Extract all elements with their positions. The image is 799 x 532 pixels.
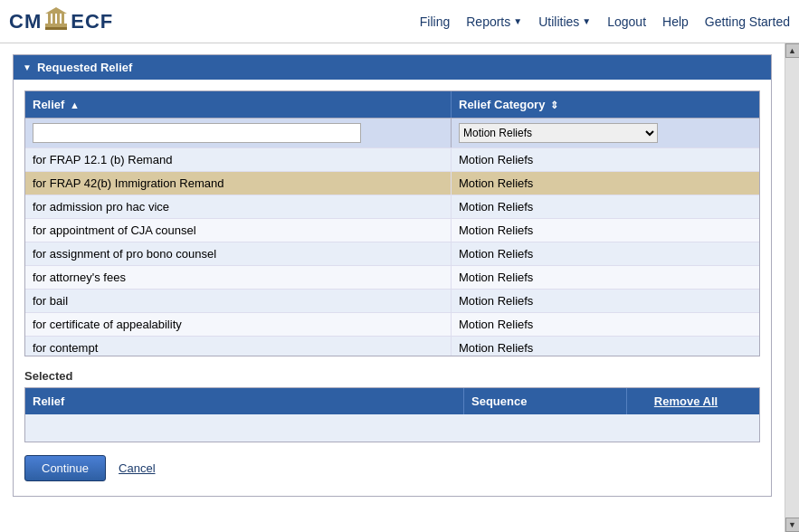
svg-rect-3 [57,13,60,24]
selected-label: Selected [24,369,760,383]
sel-col-remove-header: Remove All [627,388,745,414]
cell-category: Motion Reliefs [452,219,759,242]
table-row[interactable]: for certificate of appealabilityMotion R… [25,312,759,336]
cell-relief: for contempt [25,337,452,356]
sel-col-seq-header: Sequence [464,388,627,414]
cell-category: Motion Reliefs [452,290,759,312]
table-row[interactable]: for FRAP 12.1 (b) RemandMotion Reliefs [25,147,759,171]
utilities-dropdown-arrow: ▼ [582,16,591,26]
logo-icon [43,7,69,36]
cell-category: Motion Reliefs [452,313,759,336]
bottom-bar: Continue Cancel [24,455,760,485]
relief-table-wrapper: Relief ▲ Relief Category ⇕ [24,90,760,356]
filter-row: Motion Reliefs All Civil Reliefs [25,118,759,147]
cell-category: Motion Reliefs [452,195,759,218]
cell-category: Motion Reliefs [452,242,759,265]
logo-text-left: CM [9,10,42,33]
cancel-button[interactable]: Cancel [119,461,155,475]
cell-relief: for FRAP 42(b) Immigration Remand [25,172,452,195]
nav-menu: Filing Reports ▼ Utilities ▼ Logout Help… [420,14,790,29]
nav-filing[interactable]: Filing [420,14,450,29]
selected-body [25,414,759,442]
reports-dropdown-arrow: ▼ [513,16,522,26]
table-row[interactable]: for FRAP 42(b) Immigration RemandMotion … [25,171,759,195]
nav-reports[interactable]: Reports ▼ [466,14,522,29]
nav-help[interactable]: Help [662,14,689,29]
panel-collapse-icon[interactable]: ▼ [23,62,32,72]
continue-button[interactable]: Continue [24,455,106,481]
col-category-header[interactable]: Relief Category ⇕ [452,91,759,118]
header: CM ECF Filing Reports ▼ Utilities ▼ Logo… [0,0,799,43]
table-row[interactable]: for admission pro hac viceMotion Reliefs [25,195,759,218]
remove-all-button[interactable]: Remove All [654,394,718,408]
relief-filter-input[interactable] [33,123,361,143]
nav-getting-started[interactable]: Getting Started [705,14,790,29]
svg-rect-0 [45,24,67,27]
scroll-track[interactable] [785,58,799,518]
filter-select-wrap: Motion Reliefs All Civil Reliefs [452,119,759,147]
svg-rect-1 [48,13,51,24]
sel-col-relief-header: Relief [25,388,464,414]
logo: CM ECF [9,7,113,36]
category-sort-arrow: ⇕ [550,100,558,110]
scroll-down-button[interactable]: ▼ [785,518,800,532]
svg-rect-6 [45,27,67,30]
nav-logout[interactable]: Logout [607,14,646,29]
table-header-row: Relief ▲ Relief Category ⇕ [25,91,759,118]
data-rows-wrapper: for FRAP 12.1 (b) RemandMotion Reliefsfo… [25,147,759,356]
filter-input-wrap [25,119,452,147]
table-row[interactable]: for assignment of pro bono counselMotion… [25,242,759,265]
cell-category: Motion Reliefs [452,148,759,171]
panel-header: ▼ Requested Relief [14,55,771,80]
selected-header-row: Relief Sequence Remove All [25,388,759,414]
cell-category: Motion Reliefs [452,266,759,289]
main: ▼ Requested Relief Relief ▲ Relief Categ… [0,43,799,532]
category-filter-select[interactable]: Motion Reliefs All Civil Reliefs [459,123,658,143]
scroll-up-button[interactable]: ▲ [785,43,800,58]
cell-relief: for attorney's fees [25,266,452,289]
cell-relief: for FRAP 12.1 (b) Remand [25,148,452,171]
cell-relief: for bail [25,290,452,312]
requested-relief-panel: ▼ Requested Relief Relief ▲ Relief Categ… [13,54,772,497]
table-row[interactable]: for bailMotion Reliefs [25,289,759,312]
content-area: ▼ Requested Relief Relief ▲ Relief Categ… [0,43,785,532]
col-relief-header[interactable]: Relief ▲ [25,91,452,118]
cell-relief: for admission pro hac vice [25,195,452,218]
cell-relief: for appointment of CJA counsel [25,219,452,242]
selected-table: Relief Sequence Remove All [24,387,760,442]
logo-text-right: ECF [71,10,113,33]
table-row[interactable]: for attorney's feesMotion Reliefs [25,265,759,289]
cell-category: Motion Reliefs [452,172,759,195]
cell-relief: for certificate of appealability [25,313,452,336]
page-scrollbar[interactable]: ▲ ▼ [785,43,799,532]
panel-title: Requested Relief [37,61,132,74]
table-row[interactable]: for contemptMotion Reliefs [25,336,759,356]
cell-relief: for assignment of pro bono counsel [25,242,452,265]
svg-marker-5 [45,7,67,14]
svg-rect-2 [52,13,55,24]
cell-category: Motion Reliefs [452,337,759,356]
nav-utilities[interactable]: Utilities ▼ [538,14,591,29]
table-row[interactable]: for appointment of CJA counselMotion Rel… [25,218,759,242]
panel-body: Relief ▲ Relief Category ⇕ [14,80,771,496]
relief-sort-arrow: ▲ [70,100,80,110]
svg-rect-4 [62,13,64,24]
